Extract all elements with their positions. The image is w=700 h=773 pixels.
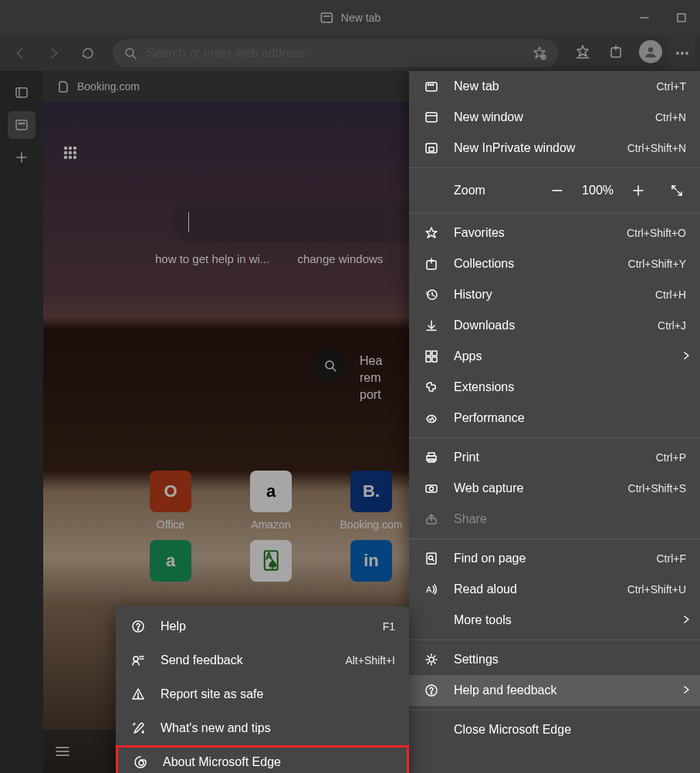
svg-marker-61 [426,228,437,238]
menu-settings[interactable]: Settings [409,644,700,675]
minimize-button[interactable] [626,0,663,35]
svg-rect-55 [429,147,434,151]
svg-point-85 [431,693,431,694]
quick-links: OOfficeaAmazonB.Booking.coma🂡in [120,471,421,602]
forward-button[interactable] [39,38,69,69]
menu-history[interactable]: HistoryCtrl+H [409,279,700,310]
svg-point-76 [430,487,434,491]
svg-rect-68 [426,351,431,356]
menu-web-capture[interactable]: Web captureCtrl+Shift+S [409,473,700,504]
search-icon [123,46,137,60]
back-button[interactable] [5,38,36,69]
svg-point-17 [681,52,683,54]
zoom-in-button[interactable] [624,177,652,204]
refresh-button[interactable] [73,38,103,69]
hint-2[interactable]: change windows [297,252,383,265]
favorites-button[interactable] [567,36,598,67]
svg-point-83 [429,657,434,662]
svg-point-22 [19,123,20,124]
svg-point-29 [74,147,76,150]
menu-print[interactable]: PrintCtrl+P [409,442,700,473]
zoom-value: 100% [582,184,614,197]
svg-point-50 [430,84,431,85]
menu-more-tools[interactable]: More tools [409,605,700,636]
svg-point-51 [432,84,433,85]
menu-favorites[interactable]: FavoritesCtrl+Shift+O [409,218,700,248]
menu-close-edge[interactable]: Close Microsoft Edge [409,714,700,745]
menu-zoom: Zoom 100% [409,172,700,209]
maximize-button[interactable] [663,0,700,35]
svg-point-18 [686,52,688,54]
submenu-help[interactable]: HelpF1 [116,609,409,643]
svg-point-32 [74,152,76,154]
svg-point-23 [21,123,22,124]
submenu-whatsnew[interactable]: What's new and tips [116,711,409,745]
svg-point-30 [65,152,67,154]
vertical-tab-current[interactable] [8,111,36,139]
svg-rect-79 [427,553,436,564]
add-favorite-icon[interactable] [532,46,547,61]
address-bar[interactable] [113,39,558,67]
submenu-report[interactable]: Report site as safe [116,677,409,711]
svg-point-15 [648,47,654,52]
hamburger-icon[interactable] [54,743,71,760]
menu-button[interactable] [669,36,695,70]
menu-find[interactable]: Find on pageCtrl+F [409,543,700,574]
svg-text:A: A [426,585,432,594]
menu-new-inprivate[interactable]: New InPrivate windowCtrl+Shift+N [409,133,700,164]
svg-rect-48 [426,83,437,91]
menu-read-aloud[interactable]: ARead aloudCtrl+Shift+U [409,574,700,605]
svg-point-31 [69,152,72,154]
hint-1[interactable]: how to get help in wi... [155,252,269,265]
svg-point-28 [69,147,72,150]
svg-rect-73 [428,453,435,456]
apps-grid-icon[interactable] [62,144,79,164]
menu-downloads[interactable]: DownloadsCtrl+J [409,310,700,341]
address-input[interactable] [147,46,522,60]
svg-rect-70 [426,357,431,362]
quick-link-2[interactable]: B.Booking.com [321,471,421,532]
avatar [639,40,662,63]
voice-search-button[interactable] [313,349,347,383]
quick-link-0[interactable]: OOffice [120,471,221,532]
window-title: New tab [341,12,380,24]
svg-line-5 [133,56,136,59]
svg-point-24 [23,123,25,124]
menu-help[interactable]: Help and feedback [409,675,700,706]
menu-new-tab[interactable]: New tabCtrl+T [409,71,700,102]
svg-rect-71 [432,357,437,362]
menu-collections[interactable]: CollectionsCtrl+Shift+Y [409,248,700,279]
submenu-feedback[interactable]: Send feedbackAlt+Shift+I [116,643,409,677]
svg-point-34 [69,157,72,159]
quick-link-5[interactable]: in [321,540,421,602]
new-tab-button[interactable] [8,143,36,171]
svg-point-87 [137,629,138,630]
menu-new-window[interactable]: New windowCtrl+N [409,102,700,133]
tab-label[interactable]: Booking.com [77,80,140,93]
svg-line-81 [432,559,434,561]
settings-menu: New tabCtrl+T New windowCtrl+N New InPri… [409,71,700,773]
svg-point-49 [428,84,428,85]
menu-performance[interactable]: Performance [409,403,700,434]
collections-button[interactable] [601,36,632,67]
help-submenu: HelpF1 Send feedbackAlt+Shift+I Report s… [116,606,409,773]
svg-point-16 [677,52,678,54]
svg-line-37 [333,368,336,371]
svg-point-33 [65,157,67,159]
quick-link-1[interactable]: aAmazon [221,471,321,532]
fullscreen-button[interactable] [663,177,691,204]
zoom-out-button[interactable] [543,177,571,204]
menu-apps[interactable]: Apps [409,341,700,372]
quick-link-3[interactable]: a [120,540,221,602]
svg-rect-0 [321,13,332,22]
svg-rect-69 [432,351,437,356]
submenu-about[interactable]: About Microsoft Edge [116,745,409,773]
svg-point-92 [139,761,144,765]
news-headline[interactable]: Hearemport [360,353,382,403]
tab-actions-button[interactable] [8,79,36,106]
profile-button[interactable] [635,36,666,67]
menu-extensions[interactable]: Extensions [409,372,700,403]
svg-point-91 [137,697,138,697]
quick-link-4[interactable]: 🂡 [221,540,321,602]
page-icon [57,80,69,93]
